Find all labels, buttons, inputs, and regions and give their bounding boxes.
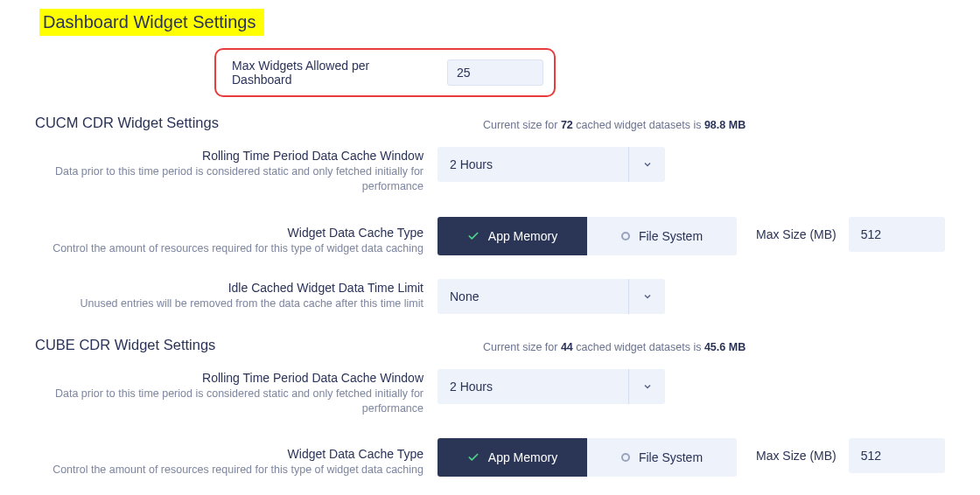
max-size-input-cucm[interactable] [849,217,945,252]
row-cucm-cache-type: Widget Data Cache Type Control the amoun… [35,217,945,256]
radio-icon [621,232,630,241]
rolling-label: Rolling Time Period Data Cache Window [35,149,424,163]
cache-type-file-system-label: File System [639,450,703,464]
cache-type-app-memory[interactable]: App Memory [438,438,587,477]
cache-info-prefix: Current size for [483,341,561,353]
cache-type-app-memory[interactable]: App Memory [438,217,587,255]
rolling-select-cube[interactable]: 2 Hours [438,369,665,404]
max-widgets-box: Max Widgets Allowed per Dashboard [214,48,556,97]
idle-select-cucm[interactable]: None [438,279,665,314]
cache-info-prefix: Current size for [483,119,561,131]
chevron-down-icon [628,279,665,314]
rolling-select-value: 2 Hours [438,157,493,171]
check-icon [467,451,480,464]
cache-type-toggle-cucm: App Memory File System [438,217,737,255]
check-icon [467,230,480,242]
max-size-label: Max Size (MB) [756,227,836,241]
cache-type-help: Control the amount of resources required… [35,241,424,256]
rolling-help: Data prior to this time period is consid… [35,387,424,416]
cache-type-label: Widget Data Cache Type [35,226,424,240]
section-cube: CUBE CDR Widget Settings Current size fo… [0,337,980,495]
rolling-label: Rolling Time Period Data Cache Window [35,371,424,385]
cache-type-app-memory-label: App Memory [488,450,557,464]
page-title: Dashboard Widget Settings [39,9,264,36]
cache-type-label: Widget Data Cache Type [35,447,424,461]
cache-info-cube: Current size for 44 cached widget datase… [483,341,945,353]
max-size-wrap-cucm: Max Size (MB) [756,217,945,252]
cache-info-size: 98.8 MB [704,119,746,131]
cache-type-toggle-cube: App Memory File System [438,438,737,477]
max-widgets-input[interactable] [447,59,543,86]
chevron-down-icon [628,369,665,404]
row-cucm-rolling: Rolling Time Period Data Cache Window Da… [35,147,945,194]
max-size-wrap-cube: Max Size (MB) [756,438,945,473]
radio-icon [621,453,630,462]
max-size-label: Max Size (MB) [756,449,836,463]
section-cucm: CUCM CDR Widget Settings Current size fo… [0,115,980,314]
idle-select-value: None [438,289,479,303]
cache-info-mid: cached widget datasets is [573,341,704,353]
cache-info-cucm: Current size for 72 cached widget datase… [483,119,945,131]
cache-type-app-memory-label: App Memory [488,229,557,243]
idle-help: Unused entries will be removed from the … [35,296,424,311]
max-widgets-label: Max Widgets Allowed per Dashboard [232,59,431,87]
chevron-down-icon [628,147,665,182]
rolling-help: Data prior to this time period is consid… [35,164,424,194]
rolling-select-cucm[interactable]: 2 Hours [438,147,665,182]
row-cube-cache-type: Widget Data Cache Type Control the amoun… [35,438,945,478]
cache-info-count: 72 [561,119,573,131]
cache-type-file-system-label: File System [639,229,703,243]
cache-info-size: 45.6 MB [704,341,746,353]
cache-type-file-system[interactable]: File System [587,217,737,255]
cache-type-file-system[interactable]: File System [587,438,737,477]
rolling-select-value: 2 Hours [438,380,493,394]
idle-label: Idle Cached Widget Data Time Limit [35,281,424,295]
cache-info-count: 44 [561,341,573,353]
max-size-input-cube[interactable] [849,438,945,473]
cache-type-help: Control the amount of resources required… [35,463,424,478]
row-cube-rolling: Rolling Time Period Data Cache Window Da… [35,369,945,416]
cache-info-mid: cached widget datasets is [573,119,704,131]
row-cucm-idle: Idle Cached Widget Data Time Limit Unuse… [35,279,945,314]
